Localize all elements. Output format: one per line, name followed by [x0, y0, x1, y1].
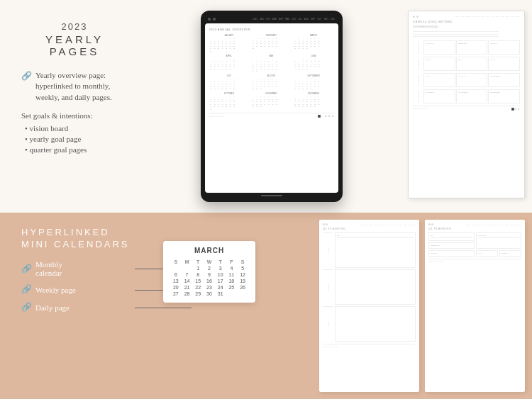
month-dec: DECEMBER 1234 567891011 12131415161718 1…	[294, 92, 334, 111]
quarter-2-section: QUARTER 2 APRIL MAY JUNE	[413, 57, 520, 71]
annual-calendar-grid: JANUARY 12 3456789 10111213141516 171819…	[209, 34, 334, 111]
month-jan: JANUARY 12 3456789 10111213141516 171819…	[209, 34, 250, 52]
november-box: NOVEMBER	[456, 89, 488, 103]
ipad-nav-item: SEP	[311, 18, 315, 21]
ipad-dot-2	[213, 18, 216, 21]
q1-page-left: 2023JANFEBMARAPRMAYJUNJULAUGSEPOCTNOVDEC…	[319, 220, 419, 392]
august-box: AUGUST	[456, 73, 488, 87]
yearly-overview-text: Yearly overview page: hyperlinked to mon…	[35, 70, 128, 103]
day-header-m: M	[182, 259, 193, 265]
july-box: JULY	[423, 73, 455, 87]
daily-page-label: Daily page	[35, 303, 70, 312]
q1-planning-panel: 2023JANFEBMARAPRMAYJUNJULAUGSEPOCTNOVDEC…	[312, 213, 532, 399]
weekly-page-label: Weekly page	[35, 286, 76, 294]
day-header-t2: T	[215, 259, 226, 265]
daily-page-feature: 🔗 Daily page	[21, 302, 131, 313]
may-box: MAY	[456, 57, 488, 71]
ipad-nav-item: OCT	[317, 18, 321, 21]
bullet-quarter-goal: quarter goal pages	[25, 145, 128, 154]
ipad-screen: 2023 ANNUAL OVERVIEW JANUARY 12 3456789 …	[205, 23, 338, 193]
priority-lines	[413, 31, 520, 37]
q1-page-right: 2023JANFEBMARAPRMAYJUNJULAUGSEPOCTNOVDEC…	[425, 220, 525, 392]
ipad-nav-item: NOV	[324, 18, 329, 21]
link-icon-monthly: 🔗	[21, 264, 32, 274]
link-icon-weekly: 🔗	[21, 284, 32, 295]
mini-calendar-card: MARCH S M T W T F S	[163, 241, 255, 303]
month-may: MAY 1 2345678 9101112131415 161718192021…	[251, 55, 292, 73]
day-header-f: F	[226, 259, 238, 265]
mini-cal-month-name: MARCH	[170, 247, 248, 254]
ipad-camera-dots	[208, 18, 216, 21]
cal-row-3: 13 14 15 16 17 18 19	[170, 278, 248, 284]
month-feb: FEBRUARY 123456 78910111213 141516171819…	[251, 34, 292, 52]
ipad-nav-item: AUG	[304, 18, 309, 21]
q1-planning-title-left: Q1 PLANNING	[323, 227, 416, 230]
day-header-s2: S	[237, 259, 248, 265]
goals-section: Set goals & intentions: vision board yea…	[21, 111, 128, 154]
year-label: 2023	[21, 21, 128, 32]
month-jun: JUNE 12345 6789101112 13141516171819 202…	[294, 55, 334, 73]
month-sep: SEPTEMBER 1234 567891011 12131415161718 …	[294, 74, 334, 90]
ipad-top-bar: 2023 JAN FEB MAR APR MAY JUN JUL AUG SEP…	[205, 16, 338, 22]
ipad-device: 2023 JAN FEB MAR APR MAY JUN JUL AUG SEP…	[201, 11, 343, 202]
monthly-calendar-label: Monthlycalendar	[35, 260, 62, 277]
monthly-calendar-feature: 🔗 Monthlycalendar	[21, 260, 131, 277]
ipad-nav-item: APR	[279, 18, 283, 21]
month-aug: AUGUST 1234567 891011121314 151617181920…	[251, 74, 292, 90]
cal-row-1: 1 2 3 4 5	[170, 265, 248, 271]
link-icon-1: 🔗	[21, 70, 32, 82]
ipad-nav-item: DEC	[331, 18, 335, 21]
goal-setting-page: 2023JANFEBMARAPRMAYJUNJULAUGSEPOCTNOVDEC…	[408, 11, 525, 198]
month-jul: JULY 123 45678910 11121314151617 1819202…	[209, 74, 250, 90]
annual-overview-title: 2023 ANNUAL OVERVIEW	[209, 28, 334, 31]
cal-row-4: 20 21 22 23 24 25 26	[170, 284, 248, 291]
ipad-dot-1	[208, 18, 211, 21]
goal-setting-subtitle: TOP PRIORITIES FOR 2023	[413, 26, 520, 28]
month-nov: NOVEMBER 123456 78910111213 141516171819…	[251, 92, 292, 111]
ipad-nav-item: JUN	[292, 18, 297, 21]
ipad-nav-item: 2023	[253, 18, 257, 21]
hyperlinked-calendars-panel: HYPERLINKED MINI CALENDARS 🔗 Monthlycale…	[0, 213, 142, 399]
goal-setting-title: ANNUAL GOAL SETTING	[413, 20, 520, 23]
september-box: SEPTEMBER	[488, 73, 520, 87]
bullet-vision-board: vision board	[25, 124, 128, 133]
yearly-overview-feature: 🔗 Yearly overview page: hyperlinked to m…	[21, 70, 128, 103]
ipad-home-indicator	[205, 193, 338, 196]
hyperlinked-title-2: MINI CALENDARS	[21, 239, 131, 249]
cal-row-2: 6 7 8 9 10 11 12	[170, 271, 248, 278]
march-box: MARCH	[488, 40, 520, 55]
yearly-pages-panel: 2023 YEARLY PAGES 🔗 Yearly overview page…	[0, 0, 142, 213]
ipad-nav-item: FEB	[266, 18, 270, 21]
q1-planning-title-right: Q1 PLANNING	[428, 227, 521, 230]
quarter-1-section: QUARTER 1 JANUARY FEBRUARY MARCH	[413, 40, 520, 55]
page-layout: 2023 YEARLY PAGES 🔗 Yearly overview page…	[0, 0, 532, 399]
top-section: 2023 YEARLY PAGES 🔗 Yearly overview page…	[0, 0, 532, 213]
ipad-nav-item: MAR	[272, 18, 277, 21]
month-mar: MARCH 123456 78910111213 14151617181920 …	[294, 34, 334, 52]
ipad-nav-item: JAN	[260, 18, 264, 21]
link-icon-daily: 🔗	[21, 302, 32, 313]
bullet-yearly-goal: yearly goal page	[25, 135, 128, 143]
day-header-w: W	[204, 259, 215, 265]
hyperlinked-title-1: HYPERLINKED	[21, 227, 131, 237]
mini-cal-table: S M T W T F S 1	[170, 259, 248, 297]
june-box: JUNE	[488, 57, 520, 71]
ipad-nav-item: MAY	[285, 18, 289, 21]
quarter-3-section: QUARTER 3 JULY AUGUST SEPTEMBER	[413, 73, 520, 87]
february-box: FEBRUARY	[456, 40, 488, 55]
cal-row-5: 27 28 29 30 31	[170, 291, 248, 297]
bottom-section: HYPERLINKED MINI CALENDARS 🔗 Monthlycale…	[0, 213, 532, 399]
goal-setting-panel: 2023JANFEBMARAPRMAYJUNJULAUGSEPOCTNOVDEC…	[401, 0, 532, 213]
mini-calendar-section: MARCH S M T W T F S	[142, 213, 312, 399]
month-apr: APRIL 123 45678910 11121314151617 181920…	[209, 55, 250, 73]
ipad-panel: 2023 JAN FEB MAR APR MAY JUN JUL AUG SEP…	[142, 0, 401, 213]
april-box: APRIL	[423, 57, 455, 71]
day-header-t: T	[192, 259, 204, 265]
quarter-4-section: QUARTER 4 OCTOBER NOVEMBER DECEMBER	[413, 89, 520, 103]
ipad-nav-item: JUL	[298, 18, 301, 21]
day-header-s: S	[170, 259, 182, 265]
goals-list: vision board yearly goal page quarter go…	[21, 124, 128, 154]
weekly-page-feature: 🔗 Weekly page	[21, 284, 131, 295]
section-title: YEARLY PAGES	[21, 33, 128, 57]
december-box: DECEMBER	[488, 89, 520, 103]
